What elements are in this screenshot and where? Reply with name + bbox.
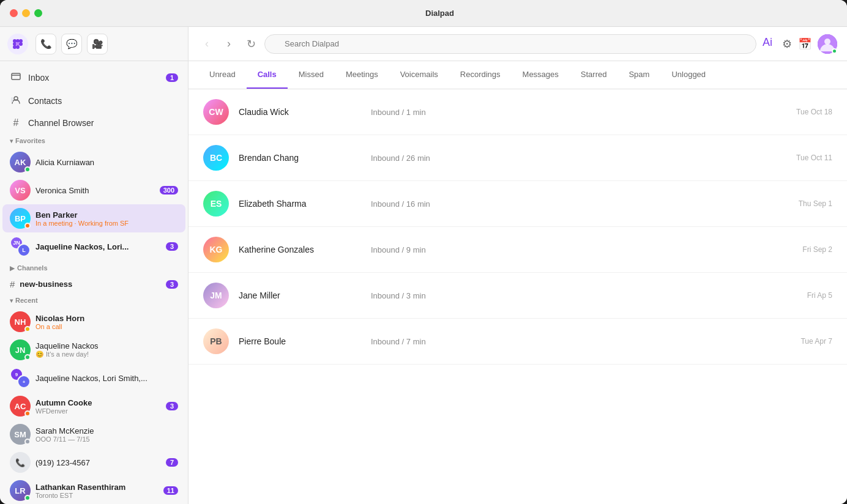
tab-unlogged[interactable]: Unlogged: [660, 61, 717, 89]
call-row-brendan[interactable]: BC Brendan Chang Inbound / 26 min Tue Oc…: [188, 135, 847, 181]
sidebar-item-nicolas[interactable]: NH Nicolas Horn On a call: [2, 308, 185, 336]
forward-button[interactable]: ›: [220, 35, 237, 53]
call-row-elizabeth[interactable]: ES Elizabeth Sharma Inbound / 16 min Thu…: [188, 181, 847, 227]
phone-button[interactable]: 📞: [35, 34, 56, 54]
jane-date: Fri Ap 5: [807, 291, 832, 300]
dialpad-logo[interactable]: [7, 34, 28, 54]
search-input[interactable]: [264, 34, 756, 54]
autumn-avatar-wrap: AC: [10, 396, 31, 417]
channel-browser-label: Channel Browser: [28, 118, 94, 128]
channel-badge: 3: [166, 280, 178, 289]
sarah-sub: OOO 7/11 — 7/15: [35, 435, 178, 443]
jaqueline2-status: [24, 354, 31, 360]
recent-label: Recent: [15, 297, 38, 304]
tab-calls[interactable]: Calls: [247, 61, 288, 89]
sidebar-item-phone[interactable]: 📞 (919) 123-4567 7: [2, 448, 185, 476]
window-title: Dialpad: [42, 9, 837, 18]
svg-rect-11: [11, 97, 13, 102]
sidebar-item-jaqueline-group[interactable]: JN L Jaqueline Nackos, Lori... 3: [2, 232, 185, 261]
alicia-avatar-wrap: AK: [10, 152, 31, 172]
call-list: CW Claudia Wick Inbound / 1 min Tue Oct …: [188, 89, 847, 504]
veronica-avatar-wrap: VS: [10, 180, 31, 201]
katherine-avatar: KG: [203, 237, 229, 262]
tab-unread[interactable]: Unread: [198, 61, 247, 89]
tab-spam[interactable]: Spam: [618, 61, 660, 89]
sidebar-item-inbox[interactable]: Inbox 1: [0, 66, 188, 89]
minimize-button[interactable]: [22, 9, 30, 17]
svg-point-14: [824, 39, 830, 45]
sidebar-item-alicia[interactable]: AK Alicia Kurniawan: [2, 148, 185, 176]
call-row-claudia[interactable]: CW Claudia Wick Inbound / 1 min Tue Oct …: [188, 89, 847, 135]
tab-starred[interactable]: Starred: [570, 61, 618, 89]
claudia-detail: Inbound / 1 min: [371, 108, 786, 117]
katherine-detail: Inbound / 9 min: [371, 245, 793, 254]
favorites-section-header[interactable]: ▾ Favorites: [0, 133, 188, 148]
settings-icon[interactable]: ⚙: [782, 37, 792, 51]
main-content: ‹ › ↻ 🔍 Ai ⚙ 📅: [188, 27, 847, 504]
sidebar-item-sarah[interactable]: SM Sarah McKenzie OOO 7/11 — 7/15: [2, 420, 185, 448]
call-row-jane[interactable]: JM Jane Miller Inbound / 3 min Fri Ap 5: [188, 273, 847, 319]
channel-browser-icon: #: [10, 117, 22, 128]
pierre-avatar: PB: [203, 328, 229, 354]
tab-voicemails[interactable]: Voicemails: [389, 61, 449, 89]
veronica-badge: 300: [160, 186, 178, 195]
tab-missed[interactable]: Missed: [288, 61, 335, 89]
sidebar-item-channel-browser[interactable]: # Channel Browser: [0, 113, 188, 133]
jane-name: Jane Miller: [239, 291, 361, 300]
calendar-icon[interactable]: 📅: [798, 37, 812, 51]
elizabeth-date: Thu Sep 1: [799, 199, 832, 208]
jaqueline-group-info: Jaqueline Nackos, Lori...: [35, 242, 161, 251]
claudia-avatar: CW: [203, 99, 229, 125]
favorites-chevron: ▾: [10, 138, 13, 144]
recent-section-header[interactable]: ▾ Recent: [0, 293, 188, 308]
channels-section-header[interactable]: ▶ Channels: [0, 261, 188, 275]
nicolas-info: Nicolas Horn On a call: [35, 314, 178, 330]
katherine-name: Katherine Gonzales: [239, 245, 361, 254]
lathankan-name: Lathankan Rasenthiram: [35, 483, 159, 492]
sarah-status: [24, 439, 31, 445]
autumn-badge: 3: [166, 402, 178, 410]
call-row-pierre[interactable]: PB Pierre Boule Inbound / 7 min Tue Apr …: [188, 319, 847, 365]
svg-point-6: [19, 42, 23, 46]
app-body: 📞 💬 🎥 Inbox 1 Contact: [0, 27, 847, 504]
channels-chevron: ▶: [10, 265, 15, 272]
tab-recordings[interactable]: Recordings: [449, 61, 512, 89]
sarah-name: Sarah McKenzie: [35, 426, 178, 435]
message-button[interactable]: 💬: [61, 34, 82, 54]
user-avatar[interactable]: [818, 34, 837, 54]
app-window: Dialpad 📞 💬 🎥: [0, 0, 847, 504]
jaqueline2-name: Jaqueline Nackos: [35, 341, 178, 350]
search-wrap: 🔍: [264, 34, 756, 54]
veronica-name: Veronica Smith: [35, 186, 155, 195]
lathankan-sub: Toronto EST: [35, 492, 159, 499]
sidebar-item-veronica[interactable]: VS Veronica Smith 300: [2, 176, 185, 204]
sidebar-item-lathankan[interactable]: LR Lathankan Rasenthiram Toronto EST 11: [2, 476, 185, 504]
lathankan-avatar-wrap: LR: [10, 480, 31, 501]
sidebar-item-jaqueline2[interactable]: JN Jaqueline Nackos 😊 It's a new day!: [2, 336, 185, 364]
pierre-date: Tue Apr 7: [800, 337, 832, 346]
jaqueline2-avatar-wrap: JN: [10, 339, 31, 360]
tab-meetings[interactable]: Meetings: [335, 61, 389, 89]
sidebar-item-contacts[interactable]: Contacts: [0, 89, 188, 113]
close-button[interactable]: [10, 9, 18, 17]
nicolas-sub: On a call: [35, 323, 178, 330]
lathankan-badge: 11: [163, 486, 178, 495]
call-row-katherine[interactable]: KG Katherine Gonzales Inbound / 9 min Fr…: [188, 227, 847, 273]
tab-messages[interactable]: Messages: [512, 61, 570, 89]
sidebar-item-ben[interactable]: BP Ben Parker In a meeting · Working fro…: [2, 204, 185, 232]
video-button[interactable]: 🎥: [87, 34, 108, 54]
nicolas-name: Nicolas Horn: [35, 314, 178, 323]
ai-icon[interactable]: Ai: [761, 35, 776, 53]
sidebar-item-autumn[interactable]: AC Autumn Cooke WFDenver 3: [2, 392, 185, 420]
channel-hash-icon: #: [10, 279, 15, 289]
phone-avatar-wrap: 📞: [10, 452, 31, 473]
maximize-button[interactable]: [34, 9, 42, 17]
jane-detail: Inbound / 3 min: [371, 291, 797, 300]
svg-rect-9: [12, 73, 20, 80]
sidebar-item-new-business[interactable]: # new-business 3: [2, 275, 185, 293]
jaqueline-lori-info: Jaqueline Nackos, Lori Smith,...: [35, 374, 178, 383]
sidebar-item-jaqueline-lori[interactable]: 9 + Jaqueline Nackos, Lori Smith,...: [2, 364, 185, 392]
back-button[interactable]: ‹: [198, 35, 215, 53]
topbar-right: Ai ⚙ 📅: [761, 34, 837, 54]
refresh-button[interactable]: ↻: [242, 35, 259, 53]
